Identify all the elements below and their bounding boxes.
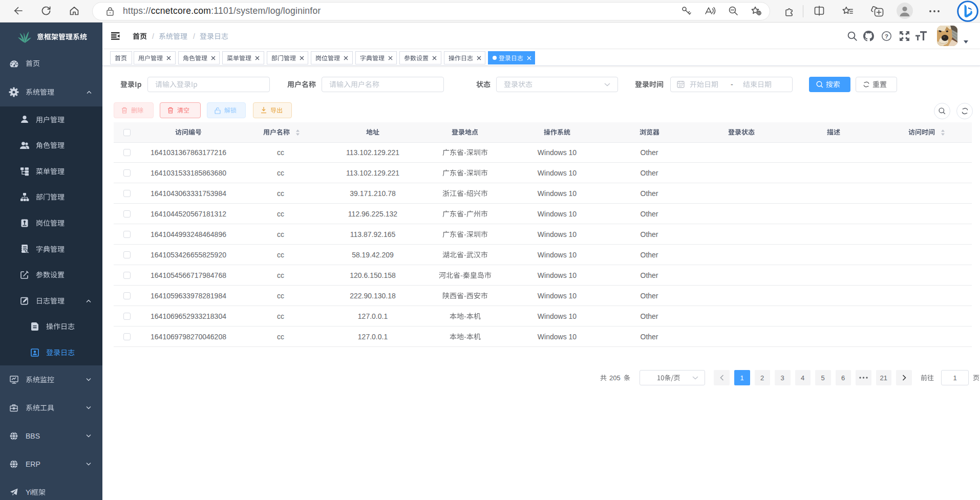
svg-text:?: ?	[885, 33, 888, 39]
